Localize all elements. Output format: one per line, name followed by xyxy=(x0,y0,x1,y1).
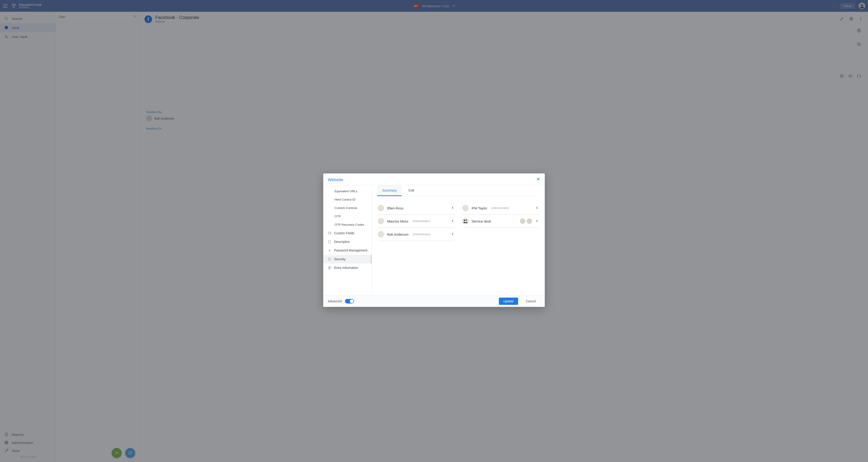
chevron-left-icon[interactable] xyxy=(535,219,539,223)
description-icon xyxy=(327,240,332,244)
sidebar-item-security[interactable]: Security xyxy=(323,255,372,264)
chevron-left-icon[interactable] xyxy=(451,232,455,237)
modal-sidebar: Equivalent URLs Html Control ID Custom C… xyxy=(323,185,372,295)
chevron-left-icon[interactable] xyxy=(451,206,455,210)
svg-point-28 xyxy=(464,220,465,221)
shield-icon xyxy=(327,257,332,261)
security-principal-row[interactable]: Maurice Moss(Administrator) xyxy=(378,215,455,228)
sidebar-item-equivalent-urls[interactable]: Equivalent URLs xyxy=(323,187,372,195)
principal-name: Phil Taylor xyxy=(472,206,487,210)
sidebar-item-password-management[interactable]: Password Management xyxy=(323,246,372,255)
modal-tabs: Summary Edit xyxy=(377,185,539,196)
principal-name: Maurice Moss xyxy=(387,219,408,223)
group-icon xyxy=(462,218,469,224)
sidebar-item-custom-fields[interactable]: Custom Fields xyxy=(323,229,372,238)
security-principal-row[interactable]: Service desk xyxy=(462,215,539,228)
sidebar-item-description[interactable]: Description xyxy=(323,238,372,246)
cancel-button[interactable]: Cancel xyxy=(521,298,540,305)
svg-point-29 xyxy=(466,220,467,221)
security-principal-row[interactable]: Phil Taylor(Administrator) xyxy=(462,202,539,215)
sidebar-item-otp-recovery[interactable]: OTP Recovery Codes xyxy=(323,220,372,229)
tab-edit[interactable]: Edit xyxy=(403,185,419,196)
advanced-toggle[interactable] xyxy=(345,299,354,304)
close-icon[interactable] xyxy=(536,177,540,182)
info-icon xyxy=(327,266,332,270)
avatar xyxy=(462,205,469,211)
sidebar-item-entry-info[interactable]: Entry Information xyxy=(323,264,372,272)
modal-title: Website xyxy=(328,177,343,182)
security-principal-row[interactable]: Bob Anderson(Administrator) xyxy=(378,228,455,241)
admin-badge: (Administrator) xyxy=(412,220,430,223)
tab-summary[interactable]: Summary xyxy=(377,185,402,196)
principal-name: Ellen Ross xyxy=(387,206,403,210)
principal-name: Bob Anderson xyxy=(387,233,408,236)
chevron-left-icon[interactable] xyxy=(451,219,455,223)
avatar xyxy=(378,231,384,238)
admin-badge: (Administrator) xyxy=(491,207,509,210)
custom-fields-icon xyxy=(327,232,332,235)
chevron-left-icon[interactable] xyxy=(535,206,539,210)
admin-badge: (Administrator) xyxy=(412,233,430,236)
sidebar-item-otp[interactable]: OTP xyxy=(323,212,372,220)
group-members-preview xyxy=(520,218,532,224)
sidebar-item-custom-controls[interactable]: Custom Controls xyxy=(323,204,372,212)
sidebar-item-html-control-id[interactable]: Html Control ID xyxy=(323,195,372,204)
security-principal-row[interactable]: Ellen Ross xyxy=(378,202,455,215)
avatar xyxy=(378,205,384,211)
update-button[interactable]: Update xyxy=(499,298,518,305)
avatar xyxy=(378,218,384,224)
principal-name: Service desk xyxy=(472,219,491,223)
website-modal: Website Equivalent URLs Html Control ID … xyxy=(323,174,545,307)
advanced-label: Advanced xyxy=(328,299,342,303)
password-mgmt-icon xyxy=(327,249,332,252)
svg-point-27 xyxy=(329,267,330,267)
security-principals-list: Ellen RossPhil Taylor(Administrator)Maur… xyxy=(377,196,539,243)
svg-rect-26 xyxy=(329,268,330,269)
